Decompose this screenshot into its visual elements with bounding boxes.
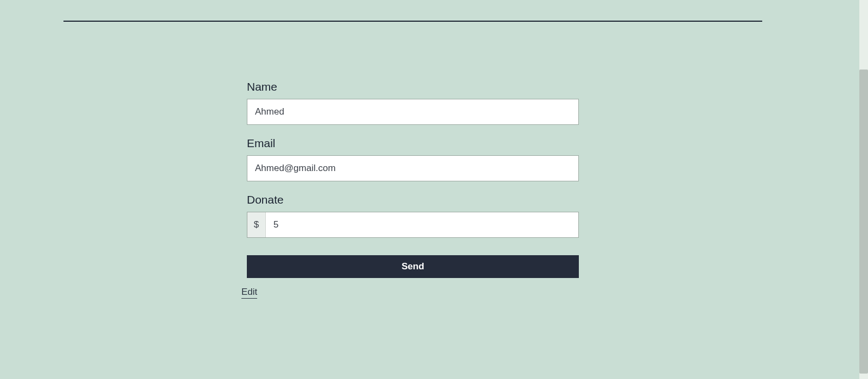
email-group: Email <box>247 137 579 181</box>
page-container: Name Email Donate $ Send Edit <box>0 0 868 379</box>
scrollbar-track[interactable] <box>859 0 868 379</box>
scrollbar-thumb[interactable] <box>859 70 868 374</box>
donate-label: Donate <box>247 193 579 206</box>
donation-form: Name Email Donate $ Send <box>247 80 579 278</box>
name-group: Name <box>247 80 579 125</box>
donate-input-wrapper: $ <box>247 212 579 238</box>
email-input[interactable] <box>247 155 579 181</box>
send-button[interactable]: Send <box>247 255 579 278</box>
email-label: Email <box>247 137 579 150</box>
donate-input[interactable] <box>266 212 578 237</box>
donate-group: Donate $ <box>247 193 579 238</box>
name-label: Name <box>247 80 579 93</box>
horizontal-divider <box>63 21 762 22</box>
name-input[interactable] <box>247 99 579 125</box>
currency-prefix: $ <box>247 212 266 237</box>
edit-link[interactable]: Edit <box>241 287 257 299</box>
